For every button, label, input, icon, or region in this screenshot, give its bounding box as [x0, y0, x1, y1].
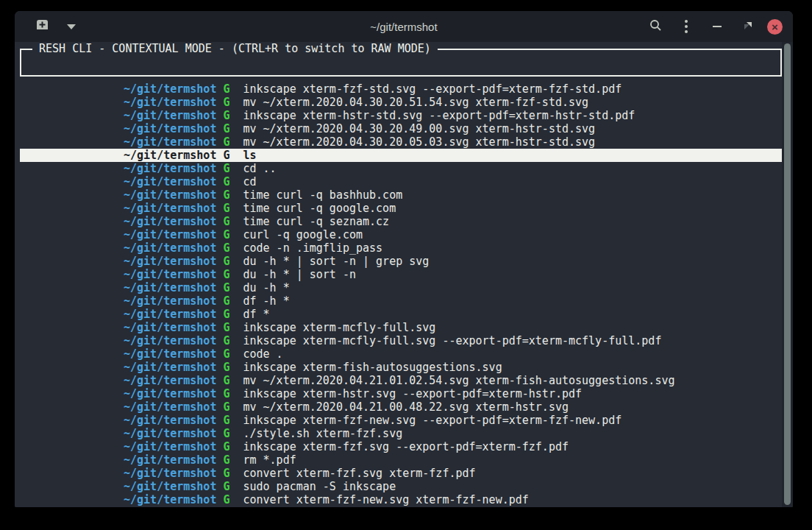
restore-button[interactable] — [736, 15, 760, 38]
command-text: inkscape xterm-hstr.svg --export-pdf=xte… — [243, 387, 582, 400]
history-list: ~/git/termshotGinkscape xterm-fzf-std.sv… — [20, 82, 782, 506]
prompt-path: ~/git/termshot — [124, 321, 216, 334]
prompt-path: ~/git/termshot — [124, 202, 216, 215]
history-row[interactable]: ~/git/termshotGtime curl -q seznam.cz — [20, 215, 782, 228]
command-text: mv ~/xterm.2020.04.30.20.49.00.svg xterm… — [243, 122, 595, 135]
minimize-button[interactable] — [705, 15, 729, 38]
prompt-path: ~/git/termshot — [124, 480, 216, 493]
git-marker: G — [223, 96, 229, 109]
command-text: sudo pacman -S inkscape — [243, 480, 396, 493]
git-marker: G — [223, 228, 229, 241]
prompt-path: ~/git/termshot — [124, 387, 216, 400]
prompt-path: ~/git/termshot — [124, 453, 216, 467]
scrollbar[interactable] — [782, 42, 793, 507]
terminal-content: RESH CLI - CONTEXTUAL MODE - (CTRL+R to … — [15, 42, 793, 507]
history-row[interactable]: ~/git/termshotGdu -h * | sort -n — [20, 268, 782, 281]
history-row[interactable]: ~/git/termshotGcurl -q google.com — [20, 228, 782, 241]
git-marker: G — [223, 175, 229, 188]
scrollbar-thumb[interactable] — [784, 43, 791, 505]
command-text: inkscape xterm-fzf-new.svg --export-pdf=… — [243, 414, 622, 427]
command-text: du -h * — [243, 281, 289, 294]
git-marker: G — [223, 268, 229, 281]
history-row[interactable]: ~/git/termshotGdu -h * — [20, 281, 782, 294]
history-row[interactable]: ~/git/termshotGcode -n .imgflip_pass — [20, 241, 782, 255]
resh-mode-legend: RESH CLI - CONTEXTUAL MODE - (CTRL+R to … — [32, 42, 438, 55]
command-text: rm *.pdf — [243, 453, 296, 467]
history-row[interactable]: ~/git/termshotGcd .. — [20, 162, 782, 175]
history-row[interactable]: ~/git/termshotGrm *.pdf — [20, 453, 782, 467]
menu-button[interactable] — [674, 15, 698, 38]
command-text: code . — [243, 347, 282, 361]
history-row[interactable]: ~/git/termshotGcode . — [20, 347, 782, 361]
git-marker: G — [223, 308, 229, 321]
history-row[interactable]: ~/git/termshotGmv ~/xterm.2020.04.21.01.… — [20, 374, 782, 387]
new-tab-dropdown-button[interactable] — [63, 17, 79, 36]
command-text: mv ~/xterm.2020.04.21.01.02.54.svg xterm… — [243, 374, 674, 387]
prompt-path: ~/git/termshot — [124, 334, 216, 347]
git-marker: G — [223, 427, 229, 440]
history-row[interactable]: ~/git/termshotGtime curl -q google.com — [20, 202, 782, 215]
history-row[interactable]: ~/git/termshotGmv ~/xterm.2020.04.21.00.… — [20, 400, 782, 414]
prompt-path: ~/git/termshot — [124, 427, 216, 440]
history-row[interactable]: ~/git/termshotGdu -h * | sort -n | grep … — [20, 255, 782, 268]
git-marker: G — [223, 334, 229, 347]
terminal-window: ~/git/termshot — [15, 11, 793, 507]
prompt-path: ~/git/termshot — [124, 96, 216, 109]
prompt-path: ~/git/termshot — [124, 440, 216, 453]
git-marker: G — [223, 188, 229, 202]
prompt-path: ~/git/termshot — [124, 347, 216, 361]
command-text: curl -q google.com — [243, 228, 363, 241]
history-row[interactable]: ~/git/termshotGconvert xterm-fzf.svg xte… — [20, 467, 782, 480]
command-text: ls — [243, 149, 256, 162]
command-text: cd .. — [243, 162, 276, 175]
history-row[interactable]: ~/git/termshotGmv ~/xterm.2020.04.30.20.… — [20, 135, 782, 149]
prompt-path: ~/git/termshot — [124, 308, 216, 321]
command-text: du -h * | sort -n | grep svg — [243, 255, 429, 268]
history-row[interactable]: ~/git/termshotGsudo pacman -S inkscape — [20, 480, 782, 493]
git-marker: G — [223, 347, 229, 361]
resh-query-box[interactable]: RESH CLI - CONTEXTUAL MODE - (CTRL+R to … — [20, 49, 782, 77]
command-text: cd — [243, 175, 256, 188]
history-row[interactable]: ~/git/termshotGinkscape xterm-hstr-std.s… — [20, 109, 782, 122]
history-row[interactable]: ~/git/termshotGdf * — [20, 308, 782, 321]
prompt-path: ~/git/termshot — [124, 241, 216, 255]
history-row[interactable]: ~/git/termshotGconvert xterm-fzf-new.svg… — [20, 493, 782, 506]
history-row[interactable]: ~/git/termshotGinkscape xterm-fish-autos… — [20, 361, 782, 374]
search-button[interactable] — [644, 15, 667, 38]
history-row[interactable]: ~/git/termshotGmv ~/xterm.2020.04.30.20.… — [20, 122, 782, 135]
git-marker: G — [223, 241, 229, 255]
git-marker: G — [223, 82, 229, 96]
history-row[interactable]: ~/git/termshotGinkscape xterm-fzf-new.sv… — [20, 414, 782, 427]
new-tab-icon — [35, 19, 49, 35]
titlebar: ~/git/termshot — [15, 11, 793, 42]
history-row[interactable]: ~/git/termshotGls — [20, 149, 782, 162]
history-row[interactable]: ~/git/termshotG./style.sh xterm-fzf.svg — [20, 427, 782, 440]
prompt-path: ~/git/termshot — [124, 400, 216, 414]
history-row[interactable]: ~/git/termshotGinkscape xterm-mcfly-full… — [20, 334, 782, 347]
history-row[interactable]: ~/git/termshotGinkscape xterm-hstr.svg -… — [20, 387, 782, 400]
close-button[interactable]: × — [767, 19, 783, 35]
history-row[interactable]: ~/git/termshotGcd — [20, 175, 782, 188]
command-text: inkscape xterm-fzf.svg --export-pdf=xter… — [243, 440, 569, 453]
history-row[interactable]: ~/git/termshotGmv ~/xterm.2020.04.30.20.… — [20, 96, 782, 109]
prompt-path: ~/git/termshot — [124, 414, 216, 427]
prompt-path: ~/git/termshot — [124, 82, 216, 96]
command-text: convert xterm-fzf.svg xterm-fzf.pdf — [243, 467, 475, 480]
git-marker: G — [223, 215, 229, 228]
git-marker: G — [223, 281, 229, 294]
command-text: time curl -q google.com — [243, 202, 396, 215]
history-row[interactable]: ~/git/termshotGinkscape xterm-mcfly-full… — [20, 321, 782, 334]
git-marker: G — [223, 135, 229, 149]
prompt-path: ~/git/termshot — [124, 294, 216, 308]
history-row[interactable]: ~/git/termshotGdf -h * — [20, 294, 782, 308]
history-row[interactable]: ~/git/termshotGinkscape xterm-fzf.svg --… — [20, 440, 782, 453]
new-tab-button[interactable] — [31, 17, 53, 36]
prompt-path: ~/git/termshot — [124, 122, 216, 135]
git-marker: G — [223, 109, 229, 122]
command-text: time curl -q bashhub.com — [243, 188, 402, 202]
history-row[interactable]: ~/git/termshotGinkscape xterm-fzf-std.sv… — [20, 82, 782, 96]
git-marker: G — [223, 414, 229, 427]
history-row[interactable]: ~/git/termshotGtime curl -q bashhub.com — [20, 188, 782, 202]
prompt-path: ~/git/termshot — [124, 215, 216, 228]
command-text: time curl -q seznam.cz — [243, 215, 389, 228]
